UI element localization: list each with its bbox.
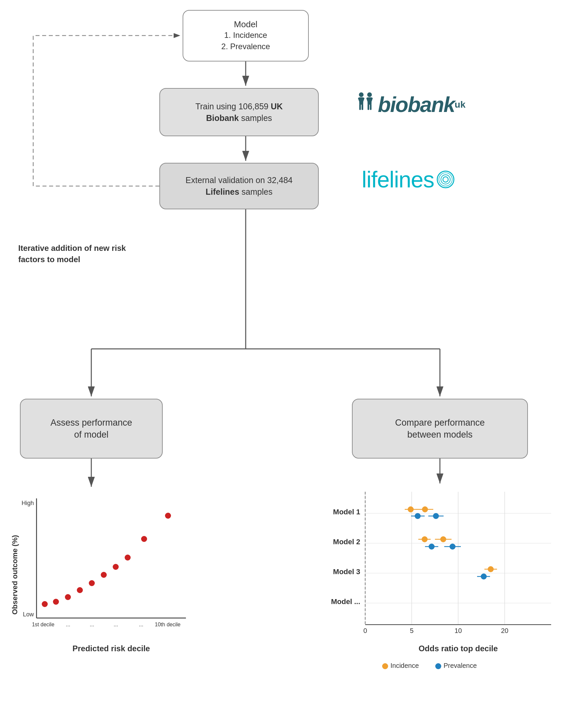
lifelines-fingerprint-icon — [436, 171, 455, 189]
svg-rect-5 — [362, 104, 363, 110]
svg-point-69 — [422, 536, 428, 542]
svg-text:5: 5 — [410, 627, 414, 634]
external-box: External validation on 32,484Lifelines s… — [159, 163, 319, 209]
svg-point-12 — [437, 171, 454, 188]
svg-text:20: 20 — [501, 627, 508, 634]
external-text: External validation on 32,484Lifelines s… — [181, 174, 297, 198]
svg-point-27 — [125, 555, 131, 560]
svg-text:...: ... — [139, 622, 143, 627]
lifelines-logo: lifelines — [339, 159, 478, 199]
biobank-logo: biobank uk — [349, 85, 475, 125]
diagram-container: Model 1. Incidence 2. Prevalence Train u… — [0, 0, 586, 728]
svg-text:Model ...: Model ... — [331, 597, 360, 606]
biobank-uk-superscript: uk — [455, 99, 465, 110]
svg-text:10: 10 — [455, 627, 462, 634]
svg-point-22 — [65, 594, 71, 600]
svg-text:High: High — [22, 500, 34, 506]
svg-point-14 — [441, 175, 450, 184]
svg-point-59 — [433, 513, 439, 519]
svg-text:Low: Low — [23, 611, 34, 618]
model-line2: 2. Prevalence — [221, 41, 270, 52]
svg-point-20 — [42, 601, 48, 607]
assess-text: Assess performanceof model — [51, 417, 132, 441]
svg-rect-10 — [368, 104, 369, 110]
svg-text:...: ... — [66, 622, 70, 627]
svg-text:Predicted risk decile: Predicted risk decile — [72, 644, 150, 653]
svg-point-6 — [367, 92, 372, 97]
forest-plot: 0 5 10 20 Odds ratio top decile Model 1 … — [319, 485, 558, 684]
svg-point-76 — [382, 663, 388, 669]
svg-text:Prevalence: Prevalence — [444, 662, 477, 669]
calib-y-label: Observed outcome (%) — [10, 535, 19, 615]
svg-point-61 — [440, 536, 446, 542]
svg-point-21 — [53, 599, 59, 605]
svg-text:...: ... — [90, 622, 94, 627]
svg-point-57 — [422, 506, 428, 512]
forest-plot-svg: 0 5 10 20 Odds ratio top decile Model 1 … — [319, 485, 558, 684]
compare-box: Compare performancebetween models — [352, 399, 528, 458]
svg-text:Incidence: Incidence — [391, 662, 419, 669]
svg-point-75 — [481, 574, 487, 579]
svg-text:Odds ratio top decile: Odds ratio top decile — [419, 644, 498, 653]
svg-point-26 — [113, 564, 119, 570]
lifelines-text: lifelines — [362, 167, 434, 192]
svg-text:Model 3: Model 3 — [333, 568, 360, 576]
svg-point-29 — [165, 513, 171, 519]
svg-point-67 — [415, 513, 421, 519]
train-box: Train using 106,859 UKBiobank samples — [159, 88, 319, 136]
svg-text:0: 0 — [363, 627, 367, 634]
svg-point-13 — [443, 177, 448, 182]
iterative-label: Iterative addition of new risk factors t… — [18, 243, 128, 265]
svg-point-73 — [488, 566, 494, 572]
compare-text: Compare performancebetween models — [395, 417, 485, 441]
svg-point-23 — [77, 587, 83, 593]
model-title: Model — [234, 19, 258, 30]
svg-text:Model 2: Model 2 — [333, 537, 360, 546]
svg-text:10th decile: 10th decile — [155, 622, 180, 627]
calibration-plot: Observed outcome (%) High Low 1st decil — [10, 488, 203, 661]
model-line1: 1. Incidence — [224, 30, 267, 41]
svg-point-71 — [429, 544, 434, 550]
svg-point-28 — [141, 536, 147, 542]
svg-point-78 — [435, 663, 441, 669]
assess-box: Assess performanceof model — [20, 399, 163, 458]
svg-point-63 — [450, 544, 455, 550]
svg-rect-4 — [359, 104, 361, 110]
biobank-people-icon — [358, 91, 378, 118]
svg-point-25 — [101, 572, 107, 578]
svg-rect-11 — [370, 104, 372, 110]
svg-point-65 — [408, 506, 414, 512]
train-text: Train using 106,859 UKBiobank samples — [190, 101, 288, 124]
calibration-plot-svg: Observed outcome (%) High Low 1st decil — [10, 488, 203, 661]
svg-text:...: ... — [113, 622, 118, 627]
model-box: Model 1. Incidence 2. Prevalence — [183, 10, 309, 61]
svg-point-0 — [359, 92, 364, 97]
svg-point-24 — [89, 580, 95, 586]
svg-text:Model 1: Model 1 — [333, 508, 360, 516]
svg-text:1st decile: 1st decile — [32, 622, 54, 627]
biobank-text: biobank — [378, 92, 455, 117]
